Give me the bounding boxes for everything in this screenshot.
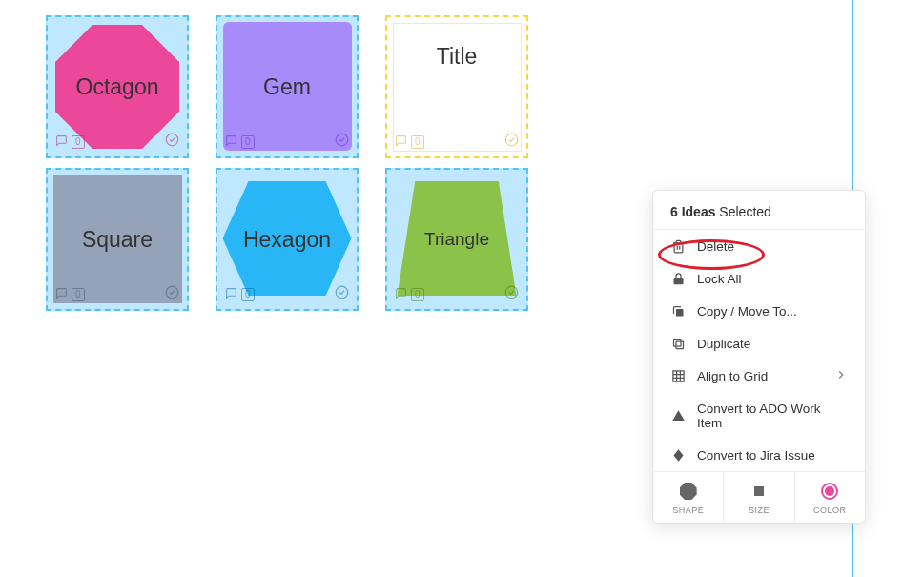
menu-ado[interactable]: Convert to ADO Work Item [653, 393, 865, 439]
svg-point-0 [166, 134, 178, 146]
color-button[interactable]: COLOR [795, 472, 865, 523]
card-footer: 0 [395, 133, 519, 151]
menu-duplicate[interactable]: Duplicate [653, 327, 865, 360]
copy-icon [670, 303, 686, 319]
svg-rect-8 [673, 278, 683, 283]
menu-align[interactable]: Align to Grid [653, 360, 865, 393]
footer-label: SHAPE [672, 505, 704, 515]
count-badge: 0 [411, 135, 424, 149]
svg-point-1 [336, 134, 348, 146]
card-label: Hexagon [243, 227, 331, 253]
footer-label: COLOR [813, 505, 847, 515]
count-badge: 0 [411, 288, 424, 301]
count-badge: 0 [72, 135, 85, 149]
card-triangle[interactable]: Triangle 0 [385, 168, 528, 311]
comment-icon[interactable] [225, 286, 237, 303]
menu-jira[interactable]: Convert to Jira Issue [653, 439, 865, 471]
chevron-right-icon [834, 368, 848, 384]
card-footer: 0 [55, 285, 179, 303]
card-label: Title [437, 44, 478, 70]
selection-count: 6 Ideas [670, 204, 715, 219]
card-label: Triangle [424, 229, 489, 250]
check-icon[interactable] [504, 285, 519, 303]
comment-icon[interactable] [395, 134, 407, 151]
card-footer: 0 [55, 133, 179, 151]
svg-rect-12 [672, 371, 683, 381]
card-hexagon[interactable]: Hexagon 0 [216, 168, 359, 311]
ado-icon [670, 408, 686, 423]
card-footer: 0 [225, 285, 349, 303]
svg-point-2 [505, 134, 518, 146]
check-icon[interactable] [165, 285, 179, 303]
menu-label: Lock All [697, 272, 742, 286]
shape-button[interactable]: SHAPE [653, 472, 724, 523]
card-label: Gem [263, 74, 311, 100]
panel-footer: SHAPE SIZE COLOR [653, 471, 865, 523]
card-label: Octagon [76, 74, 159, 100]
menu-label: Delete [697, 239, 734, 254]
menu-label: Convert to Jira Issue [697, 448, 815, 463]
size-icon [749, 482, 769, 501]
card-octagon[interactable]: Octagon 0 [46, 15, 189, 158]
svg-point-3 [166, 286, 178, 299]
card-title[interactable]: Title 0 [385, 15, 528, 158]
lock-icon [670, 271, 686, 286]
menu-label: Align to Grid [697, 369, 768, 383]
menu-lock[interactable]: Lock All [653, 262, 865, 295]
menu-copy[interactable]: Copy / Move To... [653, 295, 865, 327]
menu-label: Duplicate [697, 337, 750, 351]
count-badge: 0 [72, 288, 85, 301]
svg-rect-11 [673, 339, 681, 346]
check-icon[interactable] [335, 285, 349, 303]
comment-icon[interactable] [55, 134, 68, 151]
check-icon[interactable] [165, 133, 179, 151]
card-label: Square [82, 227, 153, 253]
footer-label: SIZE [749, 505, 770, 515]
card-footer: 0 [395, 285, 519, 303]
color-icon [820, 482, 839, 501]
comment-icon[interactable] [225, 134, 237, 151]
card-footer: 0 [225, 133, 349, 151]
comment-icon[interactable] [55, 286, 68, 303]
svg-rect-10 [676, 341, 684, 349]
menu-label: Convert to ADO Work Item [697, 402, 848, 430]
menu-delete[interactable]: Delete [653, 230, 865, 262]
check-icon[interactable] [335, 133, 349, 151]
count-badge: 0 [241, 135, 255, 149]
panel-header: 6 Ideas Selected [653, 191, 865, 229]
duplicate-icon [670, 336, 686, 351]
card-square[interactable]: Square 0 [46, 168, 189, 311]
menu-label: Copy / Move To... [697, 304, 797, 319]
card-gem[interactable]: Gem 0 [216, 15, 359, 158]
size-button[interactable]: SIZE [724, 472, 794, 523]
selection-suffix: Selected [715, 204, 770, 219]
count-badge: 0 [241, 288, 255, 301]
shape-icon [679, 482, 698, 501]
comment-icon[interactable] [395, 286, 407, 303]
svg-point-4 [336, 286, 348, 299]
trash-icon [670, 238, 686, 254]
grid-icon [670, 369, 686, 384]
context-panel: 6 Ideas Selected Delete Lock All Copy / … [652, 190, 866, 524]
check-icon[interactable] [504, 133, 519, 151]
svg-point-5 [505, 286, 518, 299]
svg-rect-9 [676, 309, 684, 317]
jira-icon [670, 447, 686, 463]
